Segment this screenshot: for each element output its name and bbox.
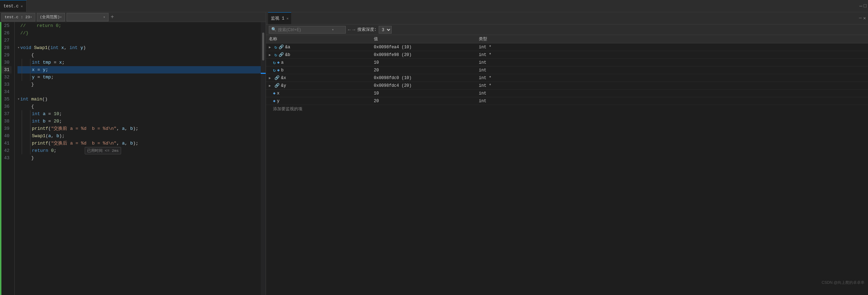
watch-tab-1[interactable]: 监视 1 ✕ [268,12,291,24]
refresh-icon-a: ↻ [273,60,276,65]
search-icon: 🔍 [271,27,276,32]
line-num-25: 25 [0,22,12,29]
line-num-39: 39 [0,125,12,132]
editor-tab-test-c[interactable]: test.c ✕ [0,0,27,12]
watch-row-name-x: ◆ x [266,91,371,96]
watch-table-header: 名称 值 类型 [266,35,868,43]
path-segment-scope[interactable]: (全局范围) ▾ [37,13,65,21]
watch-row-type-amp-b: int * [476,52,868,57]
expand-arrow-amp-x[interactable]: ▶ [269,76,273,80]
watch-top-controls: — ✕ [859,15,866,21]
tab-area: test.c ✕ [0,0,27,12]
fold-arrow-28[interactable]: ▾ [18,44,20,51]
watch-table: ▶ ↻ 🔗 &a 0x0098fea4 (10) int * ▶ ↻ 🔗 &b … [266,43,868,295]
editor-top-bar: test.c ✕ — □ [0,0,868,12]
code-line-33: ▾ } [18,81,261,88]
add-watch-row[interactable]: 添加要监视的项 [266,105,868,113]
watch-tab-label: 监视 1 [271,15,284,21]
tab-close-icon[interactable]: ✕ [21,4,23,8]
main-layout: test.c : 23 ▾ (全局范围) ▾ ▾ + 25 26 27 28 [0,12,868,295]
watch-row-amp-b[interactable]: ▶ ↻ 🔗 &b 0x0098fe98 (20) int * [266,51,868,59]
code-line-39: ▾ printf("交换前 a = %d b = %d\n", a, b); [18,125,261,132]
watch-top-bar: 监视 1 ✕ — ✕ [266,12,868,24]
watch-panel: 监视 1 ✕ — ✕ 🔍 ▾ ← → 搜索深度: 3 1 2 [266,12,868,295]
add-watch-label: 添加要监视的项 [273,106,302,112]
watch-close-icon[interactable]: ✕ [863,15,866,21]
watermark: CSDN @向上爬的卓卓串 [822,280,864,285]
watch-row-value-amp-y: 0x0098fdc4 (20) [371,83,476,88]
watch-row-value-b: 20 [371,68,476,73]
chevron-down-icon2: ▾ [60,15,62,19]
search-input-wrap[interactable]: 🔍 ▾ [269,26,346,34]
watch-pin-icon[interactable]: — [859,15,862,21]
code-editor-area: 25 26 27 28 29 30 31 32 33 34 35 36 37 3… [0,22,266,295]
code-content[interactable]: ▾ // return 0; ▾ //} ▾ [15,22,261,295]
watch-row-type-a: int [476,60,868,65]
code-line-42: ▾ return 0; [18,147,261,154]
search-back-icon[interactable]: ← [348,27,351,33]
line-num-29: 29 [0,51,12,59]
watch-col-value-header: 值 [371,36,476,42]
watch-row-amp-y[interactable]: ▶ 🔗 &y 0x0098fdc4 (20) int * [266,82,868,90]
code-line-25: ▾ // return 0; [18,22,261,29]
search-depth-label: 搜索深度: [357,27,377,33]
top-controls: — □ [859,3,868,9]
expand-arrow-amp-b[interactable]: ▶ [269,53,273,57]
line-num-32: 32 [0,73,12,81]
search-bar: 🔍 ▾ ← → 搜索深度: 3 1 2 4 5 [266,24,868,35]
line-num-42: 42 [0,147,12,154]
expand-arrow-amp-a[interactable]: ▶ [269,45,273,49]
search-depth-select[interactable]: 3 1 2 4 5 [379,26,392,34]
line-num-37: 37 [0,110,12,118]
watch-row-type-x: int [476,91,868,96]
green-indicator [0,22,1,295]
watch-row-x[interactable]: ◆ x 10 int [266,90,868,97]
refresh-icon-b: ↻ [273,68,276,73]
watch-row-value-a: 10 [371,60,476,65]
scrollbar-thumb[interactable] [262,33,264,61]
code-line-37: ▾ int a = 10; [18,110,261,118]
line-num-40: 40 [0,132,12,140]
watch-row-amp-a[interactable]: ▶ ↻ 🔗 &a 0x0098fea4 (10) int * [266,43,868,51]
tab-label: test.c [4,4,19,9]
watch-row-a[interactable]: ↻ ◆ a 10 int [266,59,868,66]
expand-arrow-amp-y[interactable]: ▶ [269,84,273,88]
code-panel: test.c : 23 ▾ (全局范围) ▾ ▾ + 25 26 27 28 [0,12,266,295]
tooltip: 已用时间 <= 2ms [85,147,121,154]
code-line-31: ▾ x = y; [18,66,261,73]
line-num-34: 34 [0,88,12,96]
code-line-29: ▾ { [18,51,261,59]
maximize-icon[interactable]: □ [864,3,867,9]
line-num-33: 33 [0,81,12,88]
refresh-icon-amp-a: ↻ [274,44,277,50]
code-line-28: ▾ void Swap1(int x, int y) [18,44,261,51]
code-line-40: ▾ Swap1(a, b); [18,132,261,140]
code-line-32: ▾ y = tmp; [18,73,261,81]
search-input[interactable] [278,27,330,32]
watch-row-amp-x[interactable]: ▶ 🔗 &x 0x0098fdc0 (10) int * [266,74,868,82]
path-scope-label: (全局范围) [40,14,60,20]
code-line-26: ▾ //} [18,29,261,37]
watch-row-name-amp-a: ▶ ↻ 🔗 &a [266,44,371,50]
code-line-36: ▾ { [18,103,261,110]
line-num-35: 35 [0,96,12,103]
search-dropdown-icon[interactable]: ▾ [332,28,334,32]
line-num-30: 30 [0,59,12,66]
search-forward-icon[interactable]: → [352,27,355,33]
path-add-button[interactable]: + [109,14,115,20]
path-bar: test.c : 23 ▾ (全局范围) ▾ ▾ + [0,12,266,22]
watch-row-b[interactable]: ↻ ◆ b 20 int [266,66,868,74]
code-line-34 [18,88,261,96]
watch-row-name-b: ↻ ◆ b [266,68,371,73]
watch-row-type-amp-a: int * [476,45,868,50]
code-scrollbar[interactable] [261,22,266,295]
watch-col-type-header: 类型 [476,36,868,42]
minimize-icon[interactable]: — [859,3,862,9]
path-segment-file[interactable]: test.c : 23 ▾ [1,13,35,21]
line-num-36: 36 [0,103,12,110]
watch-row-y[interactable]: ◆ y 20 int [266,97,868,105]
path-segment-extra[interactable]: ▾ [66,13,108,21]
fold-arrow-35[interactable]: ▾ [18,96,20,103]
watch-tab-close-icon[interactable]: ✕ [286,16,288,21]
watch-row-type-y: int [476,99,868,104]
